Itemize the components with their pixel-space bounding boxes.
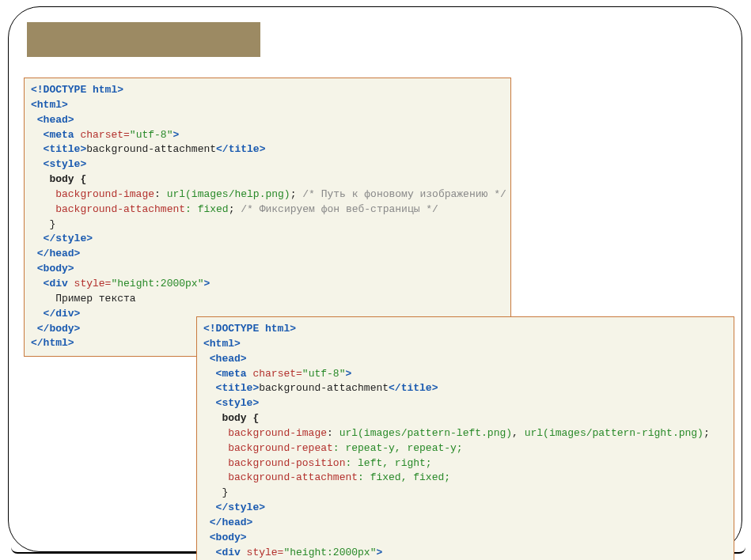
code-attr: style= [74,278,112,289]
code-comment: /* Путь к фоновому изображению */ [296,188,506,200]
code-tag: > [173,129,179,141]
title-placeholder [27,22,260,57]
code-tag: <meta [31,129,80,141]
code-tag: > [345,368,351,380]
code-val: : fixed, fixed; [358,471,450,483]
code-line: </style> [203,501,265,513]
code-block-1: <!DOCTYPE html> <html> <head> <meta char… [24,78,511,357]
code-colon: : [154,188,167,200]
code-line: } [203,486,228,498]
code-val: "utf-8" [302,368,346,380]
code-line: <html> [203,338,241,350]
code-line: <style> [203,397,259,409]
code-line: } [31,218,55,230]
code-prop: background-position [203,457,345,469]
code-attr: charset= [252,368,302,380]
code-line: <style> [31,158,86,170]
code-tag: <title> [203,382,259,394]
code-prop: background-attachment [31,203,185,215]
code-line: <body> [31,263,74,274]
code-line: <html> [31,99,68,111]
code-val: : repeat-y, repeat-y; [333,442,463,454]
code-line: <body> [203,532,247,543]
code-attr: charset= [80,129,129,141]
code-line: </div> [31,308,80,320]
code-val: url(images/pattern-left.png) [339,427,512,439]
code-tag: </title> [216,143,265,155]
code-prop: background-image [31,188,154,200]
code-block-2: <!DOCTYPE html> <html> <head> <meta char… [196,316,734,560]
code-line: </body> [31,323,80,335]
code-text: background-attachment [259,382,389,394]
code-text: Пример текста [31,293,136,305]
code-val: : left, right; [345,457,431,469]
code-line: </html> [31,337,74,349]
code-tag: <div [203,547,247,558]
code-tag: <meta [203,368,252,380]
code-line: <!DOCTYPE html> [203,323,296,335]
code-semi: ; [704,427,710,439]
code-line: body { [31,173,86,185]
code-line: </head> [31,248,80,259]
code-tag: </title> [389,382,438,394]
code-tag: <div [31,278,74,289]
code-line: <head> [203,353,247,365]
code-line: <head> [31,114,74,126]
code-line: <!DOCTYPE html> [31,84,123,96]
code-prop: background-image [203,427,327,439]
code-sep: , [512,427,525,439]
code-val: "utf-8" [130,129,173,141]
code-val: "height:2000px" [111,278,203,289]
code-val: url(images/pattern-right.png) [525,427,704,439]
code-val: "height:2000px" [283,547,376,558]
code-prop: background-attachment [203,471,358,483]
code-line: body { [203,412,259,424]
code-attr: style= [247,547,284,558]
code-val: url(images/help.png) [167,188,290,200]
code-tag: <title> [31,143,86,155]
code-tag: > [203,278,210,289]
code-text: background-attachment [86,143,216,155]
code-colon: : [327,427,339,439]
code-line: </style> [31,233,93,244]
code-tag: > [376,547,382,558]
code-comment: /* Фиксируем фон веб-страницы */ [234,203,438,215]
code-prop: background-repeat [203,442,333,454]
code-val: : fixed [185,203,229,215]
code-line: </head> [203,516,252,528]
